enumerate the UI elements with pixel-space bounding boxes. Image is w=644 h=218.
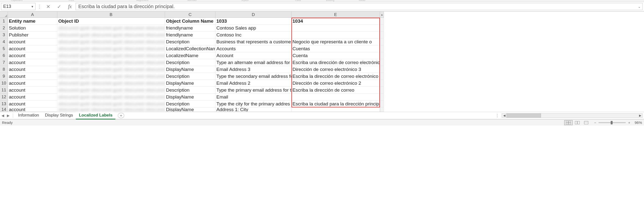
cell[interactable]: Escriba la dirección de correo — [292, 87, 380, 94]
cell[interactable] — [292, 31, 380, 38]
cell[interactable]: Type the secondary email address fo — [216, 73, 292, 80]
cell[interactable]: Email Address 2 — [216, 80, 292, 87]
cell[interactable]: Type the primary email address for t — [216, 87, 292, 94]
cell[interactable]: friendlyname — [165, 25, 216, 31]
col-header-e[interactable]: E — [292, 11, 380, 18]
hscroll-bar[interactable]: ◀ ▶ — [502, 113, 642, 118]
cell[interactable] — [292, 94, 380, 101]
cell[interactable]: Entity name — [8, 18, 57, 25]
vscroll-track[interactable] — [380, 87, 384, 94]
cell[interactable]: account — [8, 73, 57, 80]
name-box[interactable]: E13 ▼ — [1, 3, 36, 10]
tabs-nav-prev[interactable]: ◀ — [0, 113, 6, 117]
cell[interactable]: account — [8, 80, 57, 87]
vscroll-track[interactable] — [380, 108, 384, 112]
cell[interactable]: DisplayName — [165, 108, 216, 112]
col-header-a[interactable]: A — [8, 11, 57, 18]
view-normal-button[interactable] — [564, 120, 572, 125]
row-header[interactable]: 12 — [0, 94, 8, 101]
sheet-tab[interactable]: Information — [15, 112, 42, 119]
cell[interactable]: Cuentas — [292, 45, 380, 52]
cell[interactable]: DisplayName — [165, 66, 216, 73]
vscroll-track[interactable] — [380, 52, 384, 59]
cell[interactable]: Escriba la dirección de correo electróni… — [292, 73, 380, 80]
cell[interactable]: LocalizedName — [165, 52, 216, 59]
cancel-icon[interactable]: ✕ — [45, 4, 52, 10]
row-header[interactable]: 9 — [0, 73, 8, 80]
cell[interactable]: account — [8, 38, 57, 45]
cell[interactable]: friendlyname — [165, 31, 216, 38]
hscroll-grip-icon[interactable]: ⋮ — [495, 113, 499, 118]
cell[interactable]: obscured-guid obscured-guid obscured obs… — [57, 108, 165, 112]
cell[interactable]: obscured-guid obscured-guid obscured obs… — [57, 38, 165, 45]
cell[interactable]: obscured-guid obscured-guid obscured obs… — [57, 94, 165, 101]
zoom-out-button[interactable]: − — [593, 121, 597, 125]
cell[interactable]: Type the city for the primary addres — [216, 101, 292, 108]
hscroll-left-icon[interactable]: ◀ — [502, 114, 506, 117]
row-header[interactable]: 8 — [0, 66, 8, 73]
enter-icon[interactable]: ✓ — [56, 4, 62, 10]
cell[interactable]: account — [8, 66, 57, 73]
row-header[interactable]: 1 — [0, 18, 8, 25]
zoom-slider[interactable] — [598, 122, 626, 123]
formula-bar[interactable]: Escriba la ciudad para la dirección prin… — [76, 3, 642, 10]
cell[interactable]: DisplayName — [165, 80, 216, 87]
vscroll-track[interactable] — [380, 73, 384, 80]
cell[interactable]: Type an alternate email address for — [216, 59, 292, 66]
row-header[interactable]: 10 — [0, 80, 8, 87]
fx-icon[interactable]: fx — [67, 4, 73, 9]
row-header[interactable]: 6 — [0, 52, 8, 59]
cell[interactable]: Object Column Name — [165, 18, 216, 25]
cell[interactable]: Publisher — [8, 31, 57, 38]
cell[interactable]: obscured-guid obscured-guid obscured obs… — [57, 80, 165, 87]
row-header[interactable]: 14 — [0, 108, 8, 112]
hscroll-track[interactable] — [506, 113, 638, 117]
cell[interactable] — [292, 25, 380, 31]
row-header[interactable]: 3 — [0, 31, 8, 38]
zoom-in-button[interactable]: + — [627, 121, 631, 125]
vscroll-track[interactable] — [380, 94, 384, 101]
row-header[interactable]: 13 — [0, 101, 8, 108]
zoom-slider-knob[interactable] — [611, 121, 613, 124]
tabs-nav-next[interactable]: ▶ — [6, 113, 11, 117]
chevron-down-icon[interactable]: ▼ — [31, 5, 34, 8]
sheet-tab[interactable]: Localized Labels — [76, 112, 115, 119]
vscroll-track[interactable] — [380, 31, 384, 38]
cell[interactable]: DisplayName — [165, 94, 216, 101]
cell[interactable]: Description — [165, 59, 216, 66]
cell[interactable]: 1033 — [216, 18, 292, 25]
cell[interactable]: Email Address 3 — [216, 66, 292, 73]
select-all-corner[interactable] — [0, 11, 8, 18]
vscroll-track[interactable] — [380, 25, 384, 31]
cell[interactable]: Contoso Sales app — [216, 25, 292, 31]
vscroll-track[interactable] — [380, 101, 384, 108]
vscroll-track[interactable] — [380, 66, 384, 73]
cell[interactable]: Description — [165, 87, 216, 94]
cell[interactable]: Dirección de correo electrónico 3 — [292, 66, 380, 73]
cell[interactable]: obscured-guid obscured-guid obscured obs… — [57, 73, 165, 80]
cell[interactable]: Negocio que representa a un cliente o — [292, 38, 380, 45]
cell[interactable]: Description — [165, 101, 216, 108]
cell[interactable]: obscured-guid obscured-guid obscured obs… — [57, 87, 165, 94]
row-header[interactable]: 5 — [0, 45, 8, 52]
cell[interactable]: account — [8, 87, 57, 94]
row-header[interactable]: 2 — [0, 25, 8, 31]
cell[interactable]: account — [8, 59, 57, 66]
col-header-b[interactable]: B — [57, 11, 165, 18]
cell[interactable]: obscured-guid obscured-guid obscured obs… — [57, 31, 165, 38]
cell[interactable]: account — [8, 101, 57, 108]
cell[interactable]: obscured-guid obscured-guid obscured obs… — [57, 59, 165, 66]
vscroll-up-icon[interactable]: ▴ — [380, 11, 384, 18]
sheet-tab[interactable]: Display Strings — [42, 112, 76, 119]
hscroll-thumb[interactable] — [506, 113, 541, 117]
cell[interactable]: Accounts — [216, 45, 292, 52]
cell[interactable]: Account — [216, 52, 292, 59]
hscroll-right-icon[interactable]: ▶ — [638, 114, 642, 117]
cell[interactable]: Email — [216, 94, 292, 101]
cell[interactable]: Dirección de correo electrónico 2 — [292, 80, 380, 87]
cell[interactable]: Escriba una dirección de correo electrón… — [292, 59, 380, 66]
worksheet-grid[interactable]: A B C D E ▴ 1 Entity name Object ID Obje… — [0, 11, 644, 112]
view-page-layout-button[interactable] — [573, 120, 582, 125]
vscroll-track[interactable] — [380, 38, 384, 45]
cell[interactable]: Cuenta — [292, 52, 380, 59]
